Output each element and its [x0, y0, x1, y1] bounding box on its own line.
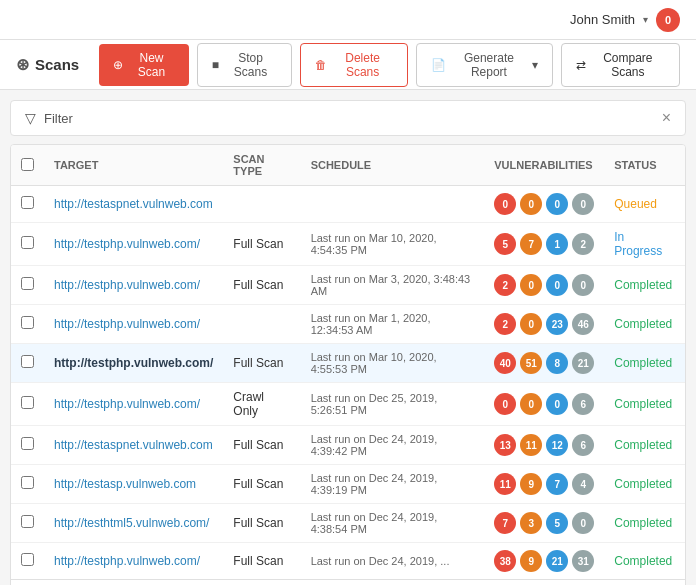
- row-vulnerabilities: 7350: [484, 504, 604, 543]
- row-status: Completed: [604, 344, 685, 383]
- row-checkbox-cell: [11, 504, 44, 543]
- vuln-badge: 7: [494, 512, 516, 534]
- row-checkbox[interactable]: [21, 236, 34, 249]
- row-checkbox-cell: [11, 426, 44, 465]
- vuln-badge: 4: [572, 473, 594, 495]
- table-header: Target Scan Type Schedule Vulnerabilitie…: [11, 145, 685, 186]
- row-schedule: Last run on Mar 3, 2020, 3:48:43 AM: [301, 266, 485, 305]
- username-label: John Smith: [570, 12, 635, 27]
- row-schedule: Last run on Mar 10, 2020, 4:54:35 PM: [301, 223, 485, 266]
- vuln-badge: 0: [520, 393, 542, 415]
- row-checkbox-cell: [11, 186, 44, 223]
- row-target[interactable]: http://testphp.vulnweb.com/: [44, 344, 223, 383]
- vuln-badge: 12: [546, 434, 568, 456]
- user-menu[interactable]: John Smith ▾: [570, 12, 648, 27]
- vuln-badge: 0: [546, 193, 568, 215]
- table-row: http://testphp.vulnweb.com/Full ScanLast…: [11, 543, 685, 580]
- row-checkbox[interactable]: [21, 277, 34, 290]
- new-scan-label: New Scan: [128, 51, 175, 79]
- row-checkbox-cell: [11, 543, 44, 580]
- vuln-badge: 0: [520, 313, 542, 335]
- header: John Smith ▾ 0: [0, 0, 696, 40]
- row-checkbox[interactable]: [21, 316, 34, 329]
- row-schedule: Last run on Dec 25, 2019, 5:26:51 PM: [301, 383, 485, 426]
- row-checkbox-cell: [11, 344, 44, 383]
- row-checkbox[interactable]: [21, 196, 34, 209]
- vuln-badge: 0: [546, 393, 568, 415]
- vuln-badge: 0: [546, 274, 568, 296]
- row-target[interactable]: http://testphp.vulnweb.com/: [44, 543, 223, 580]
- vuln-badge: 8: [546, 352, 568, 374]
- row-checkbox-cell: [11, 223, 44, 266]
- row-target[interactable]: http://testhtml5.vulnweb.com/: [44, 504, 223, 543]
- stop-scans-label: Stop Scans: [224, 51, 277, 79]
- trash-icon: 🗑: [315, 58, 327, 72]
- table-row: http://testphp.vulnweb.com/Crawl OnlyLas…: [11, 383, 685, 426]
- vuln-badge: 0: [520, 193, 542, 215]
- vuln-badge: 21: [546, 550, 568, 572]
- filter-bar: ▽ Filter ×: [10, 100, 686, 136]
- row-target[interactable]: http://testphp.vulnweb.com/: [44, 266, 223, 305]
- row-checkbox[interactable]: [21, 476, 34, 489]
- row-vulnerabilities: 3892131: [484, 543, 604, 580]
- row-checkbox[interactable]: [21, 437, 34, 450]
- row-schedule: Last run on Dec 24, 2019, 4:39:19 PM: [301, 465, 485, 504]
- row-target[interactable]: http://testasp.vulnweb.com: [44, 465, 223, 504]
- row-target[interactable]: http://testaspnet.vulnweb.com: [44, 426, 223, 465]
- row-vulnerabilities: 11974: [484, 465, 604, 504]
- radar-icon: ⊛: [16, 55, 29, 74]
- filter-label-group: ▽ Filter: [25, 110, 73, 126]
- compare-scans-button[interactable]: ⇄ Compare Scans: [561, 43, 680, 87]
- vuln-badge: 23: [546, 313, 568, 335]
- row-vulnerabilities: 1311126: [484, 426, 604, 465]
- toolbar: ⊛ Scans ⊕ New Scan ■ Stop Scans 🗑 Delete…: [0, 40, 696, 90]
- vuln-badge: 51: [520, 352, 542, 374]
- table-row: http://testphp.vulnweb.com/Last run on M…: [11, 305, 685, 344]
- row-target[interactable]: http://testphp.vulnweb.com/: [44, 223, 223, 266]
- filter-close-button[interactable]: ×: [662, 109, 671, 127]
- delete-scans-label: Delete Scans: [332, 51, 393, 79]
- table-row: http://testaspnet.vulnweb.comFull ScanLa…: [11, 426, 685, 465]
- row-target[interactable]: http://testaspnet.vulnweb.com: [44, 186, 223, 223]
- chevron-down-icon: ▾: [532, 58, 538, 72]
- row-target[interactable]: http://testphp.vulnweb.com/: [44, 383, 223, 426]
- row-vulnerabilities: 5712: [484, 223, 604, 266]
- page-title-label: Scans: [35, 56, 79, 73]
- vuln-badge: 2: [494, 313, 516, 335]
- row-vulnerabilities: 4051821: [484, 344, 604, 383]
- stop-scans-button[interactable]: ■ Stop Scans: [197, 43, 292, 87]
- col-vulnerabilities: Vulnerabilities: [484, 145, 604, 186]
- vuln-badge: 1: [546, 233, 568, 255]
- delete-scans-button[interactable]: 🗑 Delete Scans: [300, 43, 408, 87]
- vuln-badge: 11: [520, 434, 542, 456]
- vuln-badge: 0: [572, 193, 594, 215]
- row-schedule: Last run on Mar 1, 2020, 12:34:53 AM: [301, 305, 485, 344]
- vuln-badge: 7: [520, 233, 542, 255]
- row-checkbox[interactable]: [21, 396, 34, 409]
- vuln-badge: 40: [494, 352, 516, 374]
- select-all-checkbox[interactable]: [21, 158, 34, 171]
- notification-bell[interactable]: 0: [656, 8, 680, 32]
- row-target[interactable]: http://testphp.vulnweb.com/: [44, 305, 223, 344]
- vuln-badge: 0: [494, 393, 516, 415]
- row-scan-type: Full Scan: [223, 344, 300, 383]
- new-scan-button[interactable]: ⊕ New Scan: [99, 44, 189, 86]
- row-scan-type: Crawl Only: [223, 383, 300, 426]
- vuln-badge: 5: [546, 512, 568, 534]
- generate-report-button[interactable]: 📄 Generate Report ▾: [416, 43, 552, 87]
- row-checkbox[interactable]: [21, 355, 34, 368]
- row-status: Queued: [604, 186, 685, 223]
- row-scan-type: [223, 305, 300, 344]
- row-checkbox[interactable]: [21, 553, 34, 566]
- col-scan-type: Scan Type: [223, 145, 300, 186]
- vuln-badge: 21: [572, 352, 594, 374]
- notif-count: 0: [665, 14, 671, 26]
- col-schedule: Schedule: [301, 145, 485, 186]
- row-status: Completed: [604, 266, 685, 305]
- row-checkbox[interactable]: [21, 515, 34, 528]
- row-vulnerabilities: 202346: [484, 305, 604, 344]
- vuln-badge: 38: [494, 550, 516, 572]
- stop-icon: ■: [212, 58, 219, 72]
- row-checkbox-cell: [11, 266, 44, 305]
- vuln-badge: 2: [572, 233, 594, 255]
